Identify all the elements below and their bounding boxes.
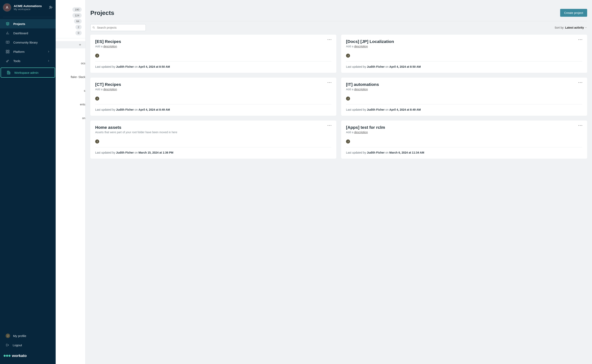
svg-point-0 [50,6,51,7]
plus-icon [79,43,82,46]
count-pill[interactable]: 2 [75,25,82,29]
project-card[interactable]: [Apps] test for rclm Add a description J… [341,121,587,159]
create-project-button[interactable]: Create project [560,9,587,17]
svg-point-25 [329,125,330,126]
list-item-peek[interactable]: ents [56,102,85,107]
nav-label: Dashboard [13,32,28,35]
nav-label: Tools [13,59,20,63]
svg-rect-3 [6,52,7,53]
nav-tools[interactable]: Tools [0,56,56,65]
svg-point-17 [581,39,582,40]
workspace-subtitle: My workspace [14,8,49,11]
card-avatar: J [346,139,350,143]
card-avatar: J [346,97,350,101]
svg-point-19 [329,82,330,83]
add-description-link[interactable]: description [354,45,368,48]
list-item-peek[interactable]: on [56,115,85,121]
card-avatar: J [95,54,99,58]
card-footer: Last updated by Judith Fisher on April 4… [346,108,582,111]
svg-point-26 [331,125,331,126]
svg-rect-4 [8,52,9,53]
main-content: Projects Create project Sort by: Latest … [86,0,592,364]
more-icon[interactable] [328,39,331,40]
nav-projects[interactable]: Projects [0,19,56,28]
nav-dashboard[interactable]: Dashboard [0,28,56,38]
list-item-peek[interactable]: ocs [56,60,85,66]
nav-profile[interactable]: J My profile [0,331,56,341]
svg-point-14 [331,39,331,40]
nav-workspace-admin[interactable]: Workspace admin [1,67,55,78]
workspace-name: ACME Automations [14,4,49,8]
card-title: [IT] automations [346,82,379,87]
nav-platform[interactable]: Platform [0,47,56,56]
card-footer: Last updated by Judith Fisher on March 1… [95,151,331,154]
workspace-header[interactable]: A ACME Automations My workspace [0,0,56,15]
nav-logout[interactable]: Logout [0,341,56,350]
svg-point-22 [580,82,581,83]
svg-point-16 [580,39,581,40]
nav-label: Platform [13,50,25,53]
card-title: [Apps] test for rclm [346,125,385,130]
svg-point-18 [328,82,329,83]
sort-by[interactable]: Sort by: Latest activity [554,26,587,29]
building-icon [7,71,11,75]
count-pill[interactable]: 0 [75,31,82,35]
card-title: [CT] Recipes [95,82,121,87]
svg-point-11 [93,27,94,28]
project-card[interactable]: [ES] Recipes Add a description J Last up… [90,35,336,73]
card-footer: Last updated by Judith Fisher on April 4… [95,108,331,111]
svg-point-12 [328,39,329,40]
svg-point-9 [8,355,11,357]
count-pill[interactable]: 124 [72,13,82,18]
project-card[interactable]: [Docs] [JP] Localization Add a descripti… [341,35,587,73]
add-description-link[interactable]: description [103,45,117,48]
more-icon[interactable] [328,125,331,126]
more-icon[interactable] [328,82,331,83]
card-title: [Docs] [JP] Localization [346,39,394,44]
search-box [90,24,146,31]
project-card[interactable]: Home assets Assets that were part of you… [90,121,336,159]
project-card[interactable]: [CT] Recipes Add a description J Last up… [90,78,336,116]
svg-point-29 [581,125,582,126]
chevron-right-icon [47,50,50,53]
count-pill[interactable]: 190 [72,7,82,12]
add-description-link[interactable]: description [354,131,368,134]
nav-label: Community library [13,41,38,44]
wrench-icon [6,59,10,63]
sort-value: Latest activity [565,26,584,29]
project-card[interactable]: [IT] automations Add a description J Las… [341,78,587,116]
card-avatar: J [95,139,99,143]
add-row[interactable] [56,41,85,48]
card-footer: Last updated by Judith Fisher on April 4… [346,65,582,68]
logout-icon [6,343,9,347]
user-add-icon[interactable] [49,6,53,9]
more-icon[interactable] [578,82,582,83]
card-title: [ES] Recipes [95,39,121,44]
list-item-peek[interactable]: flake- Slack [56,74,85,80]
svg-point-27 [579,125,579,126]
svg-rect-1 [6,50,7,51]
list-item-peek[interactable]: s [56,88,85,93]
nav-community[interactable]: Community library [0,38,56,47]
more-icon[interactable] [578,125,582,126]
more-icon[interactable] [578,39,582,40]
book-icon [6,40,10,44]
nav-label: Logout [13,344,22,347]
search-icon [92,26,95,29]
card-footer: Last updated by Judith Fisher on March 6… [346,151,582,154]
nav-label: My profile [13,334,26,338]
page-title: Projects [90,9,114,16]
count-pill[interactable]: 64 [74,19,82,24]
card-description-placeholder: Add a description [95,88,331,91]
search-input[interactable] [90,24,146,31]
add-description-link[interactable]: description [354,88,368,91]
svg-point-8 [6,355,8,357]
add-description-link[interactable]: description [103,88,117,91]
card-description: Assets that were part of your root folde… [95,131,331,134]
nav-label: Projects [13,22,25,26]
svg-point-13 [329,39,330,40]
svg-point-20 [331,82,331,83]
svg-rect-2 [8,50,9,51]
svg-rect-6 [9,72,10,74]
card-avatar: J [95,97,99,101]
